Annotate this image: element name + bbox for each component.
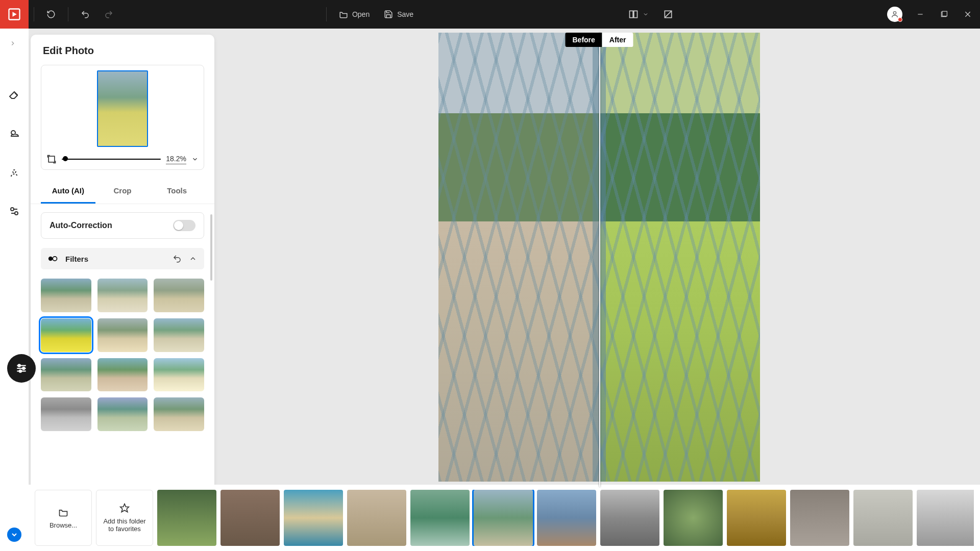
redo-button[interactable] — [97, 0, 120, 29]
expand-rail-button[interactable] — [9, 40, 16, 47]
filter-thumb[interactable] — [41, 358, 91, 392]
app-logo[interactable] — [0, 0, 29, 29]
browse-button[interactable]: Browse... — [35, 490, 92, 546]
autocorrection-label: Auto-Correction — [50, 221, 112, 230]
svg-line-5 — [665, 11, 671, 17]
reset-filters-icon[interactable] — [173, 254, 182, 263]
tab-tools[interactable]: Tools — [150, 179, 204, 204]
reset-button[interactable] — [39, 0, 63, 29]
strip-thumb-selected[interactable] — [474, 490, 533, 546]
svg-rect-23 — [48, 156, 55, 162]
autocorrection-row: Auto-Correction — [41, 212, 204, 239]
add-favorites-button[interactable]: Add this folder to favorites — [96, 490, 153, 546]
preview-card: 18.2% — [41, 65, 204, 170]
filter-thumb[interactable] — [97, 279, 148, 312]
tab-auto-ai[interactable]: Auto (AI) — [41, 179, 95, 204]
browse-label: Browse... — [50, 521, 77, 529]
svg-marker-1 — [13, 12, 17, 16]
filter-thumb-selected[interactable] — [41, 318, 91, 352]
filters-header[interactable]: Filters — [41, 248, 204, 269]
filter-thumb[interactable] — [154, 279, 204, 312]
filters-icon — [48, 255, 58, 263]
filter-thumb[interactable] — [97, 397, 148, 431]
no-compare-button[interactable] — [656, 0, 680, 29]
strip-thumb[interactable] — [664, 490, 723, 546]
rail-sky[interactable] — [6, 126, 22, 142]
filter-thumb[interactable] — [41, 397, 91, 431]
filter-thumb[interactable] — [154, 358, 204, 392]
svg-rect-9 — [942, 11, 947, 16]
panel-title: Edit Photo — [31, 45, 214, 65]
strip-thumb[interactable] — [220, 490, 280, 546]
rail-erase[interactable] — [6, 87, 22, 103]
split-view-icon — [628, 9, 639, 19]
save-label: Save — [397, 10, 413, 18]
filter-thumb[interactable] — [154, 318, 204, 352]
rail-cutout[interactable] — [6, 164, 22, 181]
compare-view[interactable]: Before After — [438, 33, 760, 482]
svg-point-21 — [22, 367, 24, 369]
minimize-button[interactable] — [909, 0, 932, 29]
rail-replace[interactable] — [6, 203, 22, 219]
filter-thumb[interactable] — [154, 397, 204, 431]
account-button[interactable] — [887, 7, 902, 22]
autocorrection-toggle[interactable] — [173, 220, 195, 231]
fit-icon[interactable] — [46, 154, 57, 164]
collapse-filters-icon[interactable] — [189, 255, 197, 263]
single-view-icon — [663, 9, 673, 19]
svg-point-25 — [53, 257, 57, 261]
open-label: Open — [352, 10, 370, 18]
folder-icon — [58, 507, 68, 517]
edit-panel: Edit Photo 18.2% Auto (AI) Crop Tools Au… — [31, 35, 214, 545]
filter-thumb[interactable] — [41, 279, 91, 312]
filter-thumb[interactable] — [97, 358, 148, 392]
strip-thumb[interactable] — [284, 490, 343, 546]
left-rail — [0, 29, 29, 551]
user-icon — [891, 10, 899, 18]
zoom-value[interactable]: 18.2% — [166, 155, 186, 164]
preview-thumbnail[interactable] — [97, 70, 148, 147]
tab-crop[interactable]: Crop — [95, 179, 150, 204]
filter-thumb[interactable] — [97, 318, 148, 352]
strip-thumb[interactable] — [853, 490, 913, 546]
svg-marker-26 — [120, 504, 129, 512]
topbar: Open Save — [0, 0, 980, 29]
strip-thumb[interactable] — [790, 490, 849, 546]
svg-point-22 — [19, 370, 21, 372]
filmstrip: Browse... Add this folder to favorites — [29, 485, 980, 551]
star-icon — [119, 503, 130, 513]
label-after: After — [602, 33, 633, 47]
chevron-down-icon[interactable] — [191, 156, 199, 163]
strip-thumb[interactable] — [157, 490, 216, 546]
svg-rect-3 — [634, 11, 638, 17]
maximize-button[interactable] — [932, 0, 955, 29]
strip-thumb[interactable] — [917, 490, 974, 546]
open-button[interactable]: Open — [332, 0, 377, 29]
strip-thumb[interactable] — [537, 490, 596, 546]
undo-icon — [81, 10, 90, 19]
edit-tabs: Auto (AI) Crop Tools — [31, 179, 214, 204]
svg-point-15 — [11, 208, 14, 211]
svg-point-20 — [18, 364, 20, 366]
filters-label: Filters — [65, 255, 165, 263]
compare-view-button[interactable] — [621, 0, 656, 29]
compare-handle[interactable] — [599, 33, 600, 487]
svg-point-6 — [893, 12, 896, 14]
zoom-slider[interactable] — [62, 159, 161, 160]
rail-collapse-button[interactable] — [7, 528, 21, 542]
strip-thumb[interactable] — [410, 490, 470, 546]
filter-grid — [41, 279, 204, 436]
strip-thumb[interactable] — [347, 490, 406, 546]
strip-thumb[interactable] — [600, 490, 659, 546]
save-button[interactable]: Save — [377, 0, 421, 29]
close-button[interactable] — [955, 0, 980, 29]
folder-open-icon — [339, 10, 348, 19]
svg-point-14 — [13, 170, 16, 173]
redo-icon — [104, 10, 113, 19]
undo-button[interactable] — [74, 0, 97, 29]
strip-thumb[interactable] — [727, 490, 786, 546]
save-icon — [384, 10, 393, 19]
label-before: Before — [565, 33, 602, 47]
undo-all-icon — [46, 10, 56, 19]
svg-rect-2 — [630, 11, 633, 17]
